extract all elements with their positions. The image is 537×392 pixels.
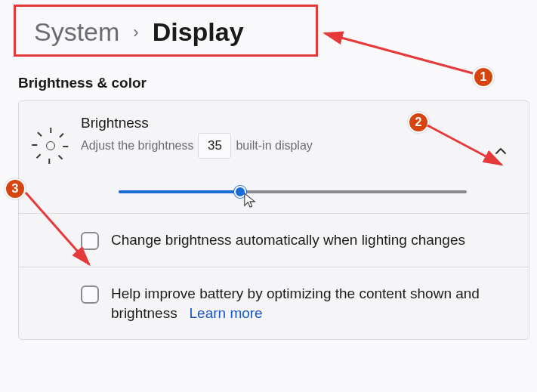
battery-optimize-label: Help improve battery by optimizing the c… bbox=[111, 284, 512, 323]
chevron-up-icon bbox=[495, 145, 507, 157]
battery-optimize-text: Help improve battery by optimizing the c… bbox=[111, 286, 480, 321]
brightness-desc-suffix: built-in display bbox=[236, 139, 312, 153]
learn-more-link[interactable]: Learn more bbox=[190, 305, 263, 321]
brightness-description: Adjust the brightness 35 built-in displa… bbox=[81, 133, 474, 159]
annotation-3: 3 bbox=[5, 178, 26, 199]
brightness-slider[interactable] bbox=[119, 184, 467, 199]
annotation-2: 2 bbox=[408, 112, 429, 133]
brightness-row: Brightness Adjust the brightness 35 buil… bbox=[19, 101, 529, 213]
brightness-icon-col bbox=[35, 115, 66, 157]
expand-toggle[interactable] bbox=[489, 115, 512, 157]
auto-brightness-checkbox[interactable] bbox=[81, 232, 99, 250]
brightness-desc-prefix: Adjust the brightness bbox=[81, 139, 193, 153]
battery-optimize-row: Help improve battery by optimizing the c… bbox=[19, 267, 529, 339]
chevron-right-icon: › bbox=[133, 23, 138, 42]
auto-brightness-row: Change brightness automatically when lig… bbox=[19, 213, 529, 267]
breadcrumb: System › Display bbox=[14, 5, 318, 57]
brightness-card: Brightness Adjust the brightness 35 buil… bbox=[18, 100, 529, 340]
annotation-1: 1 bbox=[473, 66, 494, 88]
brightness-value-box[interactable]: 35 bbox=[198, 133, 231, 159]
section-title: Brightness & color bbox=[0, 61, 537, 100]
slider-fill bbox=[119, 190, 240, 193]
slider-thumb[interactable] bbox=[234, 186, 246, 198]
auto-brightness-label: Change brightness automatically when lig… bbox=[111, 230, 465, 250]
sun-icon bbox=[39, 134, 62, 157]
battery-optimize-checkbox[interactable] bbox=[81, 286, 99, 304]
breadcrumb-parent[interactable]: System bbox=[34, 17, 119, 47]
breadcrumb-current: Display bbox=[153, 17, 244, 47]
